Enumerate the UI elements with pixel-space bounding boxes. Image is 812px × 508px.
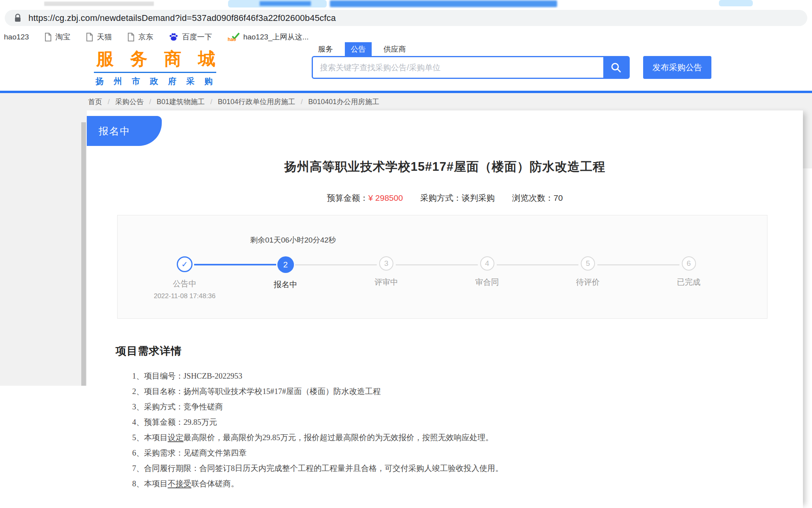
budget-value: ¥ 298500 [369,193,403,202]
step-number: 2 [277,256,294,273]
method-meta: 采购方式：谈判采购 [420,192,495,204]
breadcrumb-item[interactable]: B01建筑物施工 [157,97,205,106]
step-审合同: 4审合同 [444,256,531,288]
logo-sub-text: 扬州市政府采购 [94,76,217,87]
step-label: 公告中 [141,278,228,289]
step-number: 5 [581,256,595,271]
tab-供应商[interactable]: 供应商 [382,42,408,57]
breadcrumb-separator: / [210,98,212,106]
browser-tab[interactable] [228,0,327,7]
step-label: 报名中 [242,279,329,290]
scrollbar-thumb[interactable] [81,122,86,386]
bookmark-label: 天猫 [97,32,112,42]
step-label: 审合同 [444,277,531,288]
page-left-margin [0,110,87,386]
lock-icon [13,13,22,23]
detail-item: 6、采购需求：见磋商文件第四章 [132,448,779,457]
step-number: 3 [379,256,393,271]
step-number: 4 [480,256,494,271]
search-box [312,56,630,79]
progress-stepper: 剩余01天06小时20分42秒 ✓公告中2022-11-08 17:48:362… [117,215,767,319]
cutoff-tab-text [44,2,154,6]
detail-item: 8、本项目不接受联合体磋商。 [132,479,779,488]
step-评审中: 3评审中 [343,256,430,288]
bookmark-label: 淘宝 [55,32,70,42]
hao123-icon: hao [228,32,239,42]
underlined-text: 不接受 [168,479,191,488]
detail-item: 2、项目名称：扬州高等职业技术学校15#17#屋面（楼面）防水改造工程 [132,387,779,396]
bookmark-item[interactable]: 京东 [127,32,153,42]
url-text: https://cg.zbj.com/newdetailsDemand?id=5… [28,13,336,23]
step-number: 6 [682,256,696,271]
bookmark-item[interactable]: hao123 [4,33,29,41]
search-button[interactable] [603,57,629,78]
tab-公告[interactable]: 公告 [345,42,372,57]
detail-item: 1、项目编号：JSHCZB-2022953 [132,372,779,380]
page-icon [86,33,93,41]
underlined-text: 设定 [168,433,183,442]
detail-item: 4、预算金额：29.85万元 [132,418,779,426]
tab-服务[interactable]: 服务 [316,42,335,57]
detail-item: 5、本项目设定最高限价，最高限价为29.85万元，报价超过最高限价的为无效报价，… [132,433,779,442]
views-meta: 浏览次数：70 [512,192,563,204]
bookmark-label: hao123 [4,33,29,41]
breadcrumb-separator: / [108,98,110,106]
logo-main-text: 服务商城 [94,47,217,71]
content-card: 报名中 扬州高等职业技术学校15#17#屋面（楼面）防水改造工程 预算金额：¥ … [87,110,803,508]
details-heading: 项目需求详情 [116,344,182,358]
meta-row: 预算金额：¥ 298500 采购方式：谈判采购 浏览次数：70 [87,192,803,204]
status-badge: 报名中 [87,116,162,146]
bookmark-item[interactable]: 淘宝 [45,32,70,42]
publish-announcement-button[interactable]: 发布采购公告 [643,56,711,79]
breadcrumb-item[interactable]: 首页 [88,97,102,106]
page-title: 扬州高等职业技术学校15#17#屋面（楼面）防水改造工程 [87,159,803,175]
bookmark-item[interactable]: 天猫 [86,32,112,42]
breadcrumb-item[interactable]: 采购公告 [115,97,144,106]
browser-toolbar: https://cg.zbj.com/newdetailsDemand?id=5… [0,8,812,28]
step-报名中: 2报名中 [242,256,329,290]
detail-item: 7、合同履行期限：合同签订8日历天内完成整个工程的工程量并且合格，可交付采购人竣… [132,464,779,473]
bookmark-label: 京东 [138,32,153,42]
site-logo[interactable]: 服务商城 扬州市政府采购 [94,47,217,87]
step-label: 待评价 [544,277,631,288]
browser-tab[interactable] [719,0,753,6]
step-label: 已完成 [645,277,732,288]
logo-divider [94,72,216,73]
breadcrumb-item[interactable]: B010401办公用房施工 [308,97,379,106]
bookmark-label: hao123_上网从这... [243,32,309,42]
breadcrumb-separator: / [301,98,303,106]
step-label: 评审中 [343,277,430,288]
step-date: 2022-11-08 17:48:36 [141,292,228,300]
search-input[interactable] [313,57,603,78]
step-公告中: ✓公告中2022-11-08 17:48:36 [141,256,228,300]
step-待评价: 5待评价 [544,256,631,288]
bookmark-label: 百度一下 [182,32,212,42]
breadcrumb: 首页/采购公告/B01建筑物施工/B0104行政单位用房施工/B010401办公… [0,93,812,110]
breadcrumb-item[interactable]: B0104行政单位用房施工 [218,97,295,106]
bookmark-item[interactable]: 百度一下 [169,32,212,42]
browser-window: https://cg.zbj.com/newdetailsDemand?id=5… [0,0,812,508]
baidu-paw-icon [169,32,178,42]
browser-tab-title-blurred[interactable] [330,0,557,7]
step-check-icon: ✓ [177,256,193,272]
breadcrumb-separator: / [149,98,151,106]
address-bar[interactable]: https://cg.zbj.com/newdetailsDemand?id=5… [5,10,807,26]
svg-text:hao: hao [228,37,236,42]
page-right-margin [803,110,812,168]
search-icon [610,62,622,73]
bookmark-item[interactable]: haohao123_上网从这... [228,32,309,42]
step-已完成: 6已完成 [645,256,732,288]
page-icon [45,33,52,41]
budget-meta: 预算金额：¥ 298500 [327,192,403,204]
detail-item: 3、采购方式：竞争性磋商 [132,402,779,411]
page-icon [127,33,135,41]
details-list: 1、项目编号：JSHCZB-20229532、项目名称：扬州高等职业技术学校15… [132,372,779,495]
search-category-tabs: 服务公告供应商 [316,44,408,57]
browser-tab-strip [0,0,812,8]
countdown-text: 剩余01天06小时20分42秒 [250,235,336,245]
